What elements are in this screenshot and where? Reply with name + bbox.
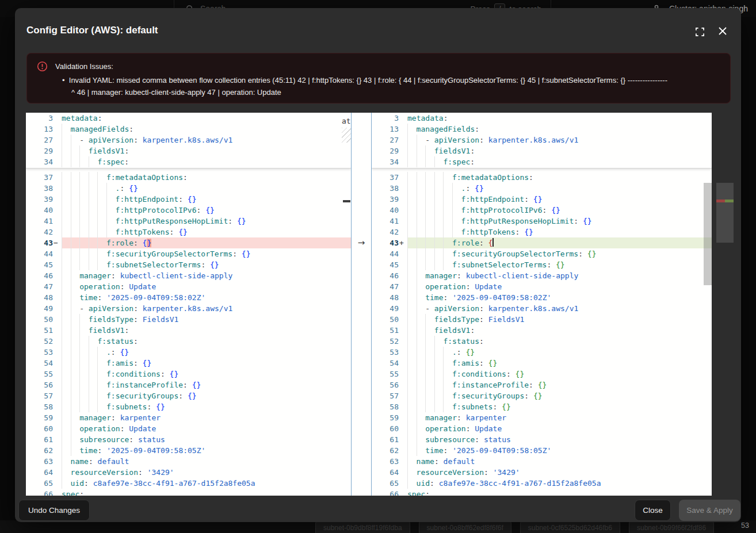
- code-line-modified-55[interactable]: 55f:conditions: {}: [372, 369, 712, 379]
- diff-editor-original-pane[interactable]: 3metadata:13managedFields:27- apiVersion…: [26, 113, 351, 496]
- code-line-original-37[interactable]: 37f:metadataOptions:: [26, 172, 351, 183]
- code-line-modified-53[interactable]: 53.: {}: [372, 347, 712, 358]
- code-line-modified-37[interactable]: 37f:metadataOptions:: [372, 172, 712, 183]
- line-number: 56: [26, 379, 53, 390]
- bullet: •: [62, 76, 69, 85]
- code-line-original-46[interactable]: 46manager: kubectl-client-side-apply: [26, 270, 351, 281]
- code-line-original-45[interactable]: 45f:subnetSelectorTerms: {}: [26, 259, 351, 270]
- editor-scrollbar[interactable]: [704, 183, 712, 285]
- save-apply-button[interactable]: Save & Apply: [679, 500, 740, 521]
- code-line-original-sticky-34[interactable]: 34f:spec:: [26, 156, 351, 167]
- code-line-modified-40[interactable]: 40f:httpProtocolIPv6: {}: [372, 205, 712, 216]
- overview-ruler-added-mark: [725, 200, 734, 202]
- code-line-modified-50[interactable]: 50fieldsType: FieldsV1: [372, 314, 712, 325]
- diff-sign: [53, 227, 62, 237]
- code-content: .: {}: [407, 183, 712, 194]
- diff-editor-sash[interactable]: →: [351, 113, 372, 496]
- code-line-original-66[interactable]: 66spec:: [26, 489, 351, 496]
- code-line-original-53[interactable]: 53.: {}: [26, 347, 351, 358]
- code-line-modified-62[interactable]: 62time: '2025-09-04T09:58:05Z': [372, 445, 712, 456]
- code-content: time: '2025-09-04T09:58:02Z': [62, 292, 351, 303]
- code-line-modified-45[interactable]: 45f:subnetSelectorTerms: {}: [372, 259, 712, 270]
- code-line-original-sticky-29[interactable]: 29fieldsV1:: [26, 145, 351, 156]
- code-line-original-48[interactable]: 48time: '2025-09-04T09:58:02Z': [26, 292, 351, 303]
- diff-editor-modified-pane[interactable]: 3metadata:13managedFields:27- apiVersion…: [372, 113, 712, 496]
- code-content: f:securityGroups: {}: [407, 390, 712, 401]
- code-line-original-52[interactable]: 52f:status:: [26, 336, 351, 347]
- code-line-modified-54[interactable]: 54f:amis: {}: [372, 358, 712, 369]
- code-line-original-51[interactable]: 51fieldsV1:: [26, 325, 351, 336]
- code-line-original-54[interactable]: 54f:amis: {}: [26, 358, 351, 369]
- undo-changes-button[interactable]: Undo Changes: [18, 500, 90, 521]
- code-line-original-57[interactable]: 57f:securityGroups: {}: [26, 390, 351, 401]
- code-line-original-43[interactable]: 43−f:role: {}: [26, 237, 351, 248]
- code-line-original-65[interactable]: 65uid: c8afe97e-38cc-4f91-a767-d15f2a8fe…: [26, 478, 351, 489]
- code-line-modified-47[interactable]: 47operation: Update: [372, 281, 712, 292]
- close-button[interactable]: Close: [635, 500, 671, 521]
- code-line-modified-49[interactable]: 49- apiVersion: karpenter.k8s.aws/v1: [372, 303, 712, 314]
- line-number: 46: [26, 270, 53, 281]
- code-line-modified-48[interactable]: 48time: '2025-09-04T09:58:02Z': [372, 292, 712, 303]
- code-line-original-sticky-27[interactable]: 27- apiVersion: karpenter.k8s.aws/v1: [26, 135, 351, 145]
- revert-change-arrow[interactable]: →: [352, 237, 371, 248]
- code-line-original-39[interactable]: 39f:httpEndpoint: {}: [26, 194, 351, 205]
- diff-sign: [399, 205, 407, 216]
- code-line-modified-42[interactable]: 42f:httpTokens: {}: [372, 227, 712, 237]
- code-line-original-56[interactable]: 56f:instanceProfile: {}: [26, 379, 351, 390]
- code-line-original-61[interactable]: 61subresource: status: [26, 434, 351, 445]
- diff-sign: [53, 124, 62, 135]
- code-line-modified-sticky-27[interactable]: 27- apiVersion: karpenter.k8s.aws/v1: [372, 135, 712, 145]
- code-line-original-58[interactable]: 58f:subnets: {}: [26, 401, 351, 412]
- diff-sign: [53, 369, 62, 379]
- code-line-modified-58[interactable]: 58f:subnets: {}: [372, 401, 712, 412]
- code-line-modified-65[interactable]: 65uid: c8afe97e-38cc-4f91-a767-d15f2a8fe…: [372, 478, 712, 489]
- overview-ruler[interactable]: [716, 183, 734, 243]
- code-line-original-59[interactable]: 59manager: karpenter: [26, 412, 351, 423]
- code-line-original-38[interactable]: 38.: {}: [26, 183, 351, 194]
- code-line-original-62[interactable]: 62time: '2025-09-04T09:58:05Z': [26, 445, 351, 456]
- code-line-original-50[interactable]: 50fieldsType: FieldsV1: [26, 314, 351, 325]
- line-number: 45: [26, 259, 53, 270]
- code-line-original-44[interactable]: 44f:securityGroupSelectorTerms: {}: [26, 248, 351, 259]
- line-number: 44: [372, 248, 399, 259]
- code-line-original-sticky-13[interactable]: 13managedFields:: [26, 124, 351, 135]
- code-line-original-41[interactable]: 41f:httpPutResponseHopLimit: {}: [26, 216, 351, 227]
- code-line-original-60[interactable]: 60operation: Update: [26, 423, 351, 434]
- code-line-modified-41[interactable]: 41f:httpPutResponseHopLimit: {}: [372, 216, 712, 227]
- code-line-original-49[interactable]: 49- apiVersion: karpenter.k8s.aws/v1: [26, 303, 351, 314]
- code-content: operation: Update: [62, 423, 351, 434]
- code-line-modified-39[interactable]: 39f:httpEndpoint: {}: [372, 194, 712, 205]
- diff-sign: [53, 113, 62, 124]
- code-line-modified-61[interactable]: 61subresource: status: [372, 434, 712, 445]
- code-line-original-55[interactable]: 55f:conditions: {}: [26, 369, 351, 379]
- code-content: f:subnets: {}: [62, 401, 351, 412]
- code-line-original-40[interactable]: 40f:httpProtocolIPv6: {}: [26, 205, 351, 216]
- code-line-modified-sticky-29[interactable]: 29fieldsV1:: [372, 145, 712, 156]
- code-line-modified-sticky-34[interactable]: 34f:spec:: [372, 156, 712, 167]
- code-line-original-64[interactable]: 64resourceVersion: '3429': [26, 467, 351, 478]
- code-line-original-47[interactable]: 47operation: Update: [26, 281, 351, 292]
- code-line-modified-66[interactable]: 66spec:: [372, 489, 712, 496]
- fullscreen-button[interactable]: [693, 25, 706, 38]
- code-line-modified-sticky-3[interactable]: 3metadata:: [372, 113, 712, 124]
- code-line-modified-51[interactable]: 51fieldsV1:: [372, 325, 712, 336]
- code-line-modified-56[interactable]: 56f:instanceProfile: {}: [372, 379, 712, 390]
- code-line-original-sticky-3[interactable]: 3metadata:: [26, 113, 351, 124]
- code-line-modified-38[interactable]: 38.: {}: [372, 183, 712, 194]
- code-line-modified-63[interactable]: 63name: default: [372, 456, 712, 467]
- code-content: f:httpEndpoint: {}: [62, 194, 351, 205]
- code-line-modified-46[interactable]: 46manager: kubectl-client-side-apply: [372, 270, 712, 281]
- code-line-modified-60[interactable]: 60operation: Update: [372, 423, 712, 434]
- code-line-modified-57[interactable]: 57f:securityGroups: {}: [372, 390, 712, 401]
- code-line-modified-59[interactable]: 59manager: karpenter: [372, 412, 712, 423]
- code-line-modified-44[interactable]: 44f:securityGroupSelectorTerms: {}: [372, 248, 712, 259]
- code-line-modified-sticky-13[interactable]: 13managedFields:: [372, 124, 712, 135]
- code-line-modified-43[interactable]: 43+f:role: {: [372, 237, 712, 248]
- code-line-original-63[interactable]: 63name: default: [26, 456, 351, 467]
- code-line-modified-52[interactable]: 52f:status:: [372, 336, 712, 347]
- code-line-original-42[interactable]: 42f:httpTokens: {}: [26, 227, 351, 237]
- code-content: f:subnetSelectorTerms: {}: [62, 259, 351, 270]
- code-content: f:metadataOptions:: [62, 172, 351, 183]
- close-modal-button[interactable]: [716, 25, 729, 36]
- code-line-modified-64[interactable]: 64resourceVersion: '3429': [372, 467, 712, 478]
